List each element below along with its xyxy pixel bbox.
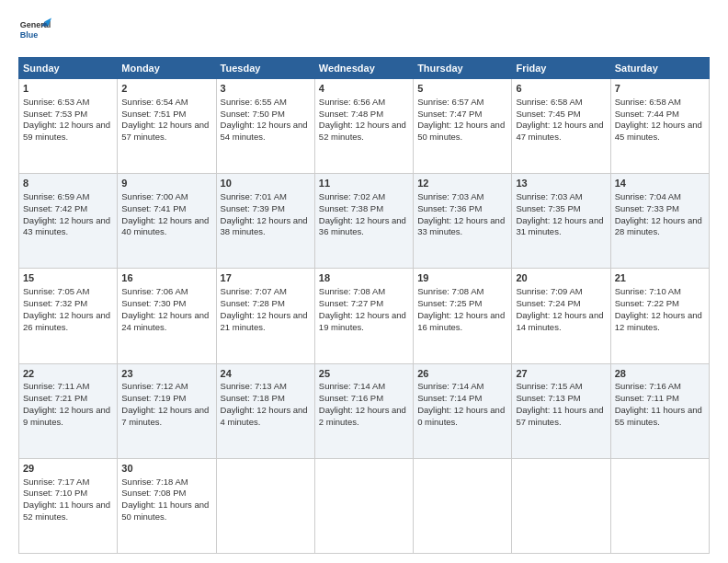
day-number: 30 xyxy=(121,462,211,476)
sunset-text: Sunset: 7:25 PM xyxy=(417,298,482,308)
day-header-monday: Monday xyxy=(118,58,216,79)
calendar-cell: 8Sunrise: 6:59 AMSunset: 7:42 PMDaylight… xyxy=(19,174,118,269)
daylight-text: Daylight: 12 hours and 19 minutes. xyxy=(319,310,406,332)
daylight-text: Daylight: 12 hours and 40 minutes. xyxy=(121,215,209,237)
sunset-text: Sunset: 7:36 PM xyxy=(417,203,482,213)
daylight-text: Daylight: 11 hours and 57 minutes. xyxy=(516,405,603,427)
sunrise-text: Sunrise: 6:54 AM xyxy=(121,97,188,107)
daylight-text: Daylight: 12 hours and 47 minutes. xyxy=(516,120,603,142)
day-number: 12 xyxy=(417,177,507,190)
day-number: 29 xyxy=(23,462,113,476)
calendar-cell: 12Sunrise: 7:03 AMSunset: 7:36 PMDayligh… xyxy=(414,174,512,269)
calendar-cell: 5Sunrise: 6:57 AMSunset: 7:47 PMDaylight… xyxy=(414,79,512,174)
sunset-text: Sunset: 7:50 PM xyxy=(221,109,285,119)
daylight-text: Daylight: 12 hours and 52 minutes. xyxy=(319,120,406,142)
daylight-text: Daylight: 12 hours and 21 minutes. xyxy=(221,310,308,332)
day-number: 9 xyxy=(121,177,211,190)
day-header-sunday: Sunday xyxy=(19,58,118,79)
sunset-text: Sunset: 7:35 PM xyxy=(516,203,580,213)
daylight-text: Daylight: 12 hours and 24 minutes. xyxy=(121,310,209,332)
day-number: 4 xyxy=(319,82,409,96)
calendar-week-2: 8Sunrise: 6:59 AMSunset: 7:42 PMDaylight… xyxy=(19,174,710,269)
sunrise-text: Sunrise: 6:55 AM xyxy=(221,97,287,107)
sunrise-text: Sunrise: 6:57 AM xyxy=(417,97,483,107)
sunrise-text: Sunrise: 7:03 AM xyxy=(417,191,483,201)
day-number: 13 xyxy=(516,177,606,190)
sunset-text: Sunset: 7:47 PM xyxy=(417,109,482,119)
day-number: 24 xyxy=(221,367,311,381)
calendar-cell: 30Sunrise: 7:18 AMSunset: 7:08 PMDayligh… xyxy=(118,458,216,553)
day-number: 23 xyxy=(121,367,211,381)
calendar-cell xyxy=(314,458,413,553)
calendar-table: SundayMondayTuesdayWednesdayThursdayFrid… xyxy=(18,57,710,554)
calendar-cell: 11Sunrise: 7:02 AMSunset: 7:38 PMDayligh… xyxy=(314,174,413,269)
calendar-cell: 1Sunrise: 6:53 AMSunset: 7:53 PMDaylight… xyxy=(19,79,118,174)
daylight-text: Daylight: 12 hours and 28 minutes. xyxy=(615,215,702,237)
sunrise-text: Sunrise: 6:58 AM xyxy=(615,97,681,107)
sunset-text: Sunset: 7:30 PM xyxy=(121,298,186,308)
daylight-text: Daylight: 12 hours and 16 minutes. xyxy=(417,310,505,332)
day-number: 14 xyxy=(615,177,705,190)
calendar-cell xyxy=(216,458,314,553)
day-number: 5 xyxy=(417,82,507,96)
daylight-text: Daylight: 12 hours and 31 minutes. xyxy=(516,215,603,237)
sunset-text: Sunset: 7:11 PM xyxy=(615,393,679,403)
day-header-saturday: Saturday xyxy=(610,58,709,79)
sunrise-text: Sunrise: 7:14 AM xyxy=(417,381,483,391)
calendar-week-1: 1Sunrise: 6:53 AMSunset: 7:53 PMDaylight… xyxy=(19,79,710,174)
daylight-text: Daylight: 12 hours and 45 minutes. xyxy=(615,120,702,142)
calendar-cell: 24Sunrise: 7:13 AMSunset: 7:18 PMDayligh… xyxy=(216,363,314,458)
daylight-text: Daylight: 12 hours and 43 minutes. xyxy=(23,215,110,237)
calendar-cell: 22Sunrise: 7:11 AMSunset: 7:21 PMDayligh… xyxy=(19,363,118,458)
day-number: 28 xyxy=(615,367,705,381)
sunset-text: Sunset: 7:22 PM xyxy=(615,298,679,308)
day-number: 15 xyxy=(23,271,113,285)
daylight-text: Daylight: 12 hours and 50 minutes. xyxy=(417,120,505,142)
sunset-text: Sunset: 7:41 PM xyxy=(121,203,186,213)
sunset-text: Sunset: 7:16 PM xyxy=(319,393,383,403)
sunset-text: Sunset: 7:28 PM xyxy=(221,298,285,308)
sunrise-text: Sunrise: 7:02 AM xyxy=(319,191,385,201)
sunrise-text: Sunrise: 7:08 AM xyxy=(417,286,483,296)
day-number: 25 xyxy=(319,367,409,381)
sunset-text: Sunset: 7:14 PM xyxy=(417,393,482,403)
calendar-cell: 27Sunrise: 7:15 AMSunset: 7:13 PMDayligh… xyxy=(512,363,610,458)
calendar-cell: 7Sunrise: 6:58 AMSunset: 7:44 PMDaylight… xyxy=(610,79,709,174)
sunset-text: Sunset: 7:51 PM xyxy=(121,109,186,119)
sunrise-text: Sunrise: 7:13 AM xyxy=(221,381,287,391)
sunset-text: Sunset: 7:18 PM xyxy=(221,393,285,403)
daylight-text: Daylight: 11 hours and 55 minutes. xyxy=(615,405,702,427)
calendar-cell: 26Sunrise: 7:14 AMSunset: 7:14 PMDayligh… xyxy=(414,363,512,458)
sunset-text: Sunset: 7:38 PM xyxy=(319,203,383,213)
sunset-text: Sunset: 7:27 PM xyxy=(319,298,383,308)
calendar-cell: 16Sunrise: 7:06 AMSunset: 7:30 PMDayligh… xyxy=(118,269,216,363)
sunrise-text: Sunrise: 6:53 AM xyxy=(23,97,89,107)
sunrise-text: Sunrise: 7:06 AM xyxy=(121,286,188,296)
svg-text:Blue: Blue xyxy=(20,30,39,40)
daylight-text: Daylight: 11 hours and 52 minutes. xyxy=(23,500,110,522)
sunrise-text: Sunrise: 7:09 AM xyxy=(516,286,582,296)
day-number: 19 xyxy=(417,271,507,285)
day-number: 10 xyxy=(221,177,311,190)
calendar-cell: 14Sunrise: 7:04 AMSunset: 7:33 PMDayligh… xyxy=(610,174,709,269)
calendar-cell: 3Sunrise: 6:55 AMSunset: 7:50 PMDaylight… xyxy=(216,79,314,174)
calendar-header-row: SundayMondayTuesdayWednesdayThursdayFrid… xyxy=(19,58,710,79)
day-number: 3 xyxy=(221,82,311,96)
sunset-text: Sunset: 7:44 PM xyxy=(615,109,679,119)
calendar-cell: 2Sunrise: 6:54 AMSunset: 7:51 PMDaylight… xyxy=(118,79,216,174)
daylight-text: Daylight: 12 hours and 0 minutes. xyxy=(417,405,505,427)
calendar-cell: 29Sunrise: 7:17 AMSunset: 7:10 PMDayligh… xyxy=(19,458,118,553)
day-number: 27 xyxy=(516,367,606,381)
calendar-cell: 10Sunrise: 7:01 AMSunset: 7:39 PMDayligh… xyxy=(216,174,314,269)
daylight-text: Daylight: 12 hours and 54 minutes. xyxy=(221,120,308,142)
daylight-text: Daylight: 12 hours and 2 minutes. xyxy=(319,405,406,427)
calendar-week-3: 15Sunrise: 7:05 AMSunset: 7:32 PMDayligh… xyxy=(19,269,710,363)
calendar-cell: 19Sunrise: 7:08 AMSunset: 7:25 PMDayligh… xyxy=(414,269,512,363)
calendar-cell xyxy=(610,458,709,553)
day-number: 16 xyxy=(121,271,211,285)
sunrise-text: Sunrise: 7:15 AM xyxy=(516,381,582,391)
daylight-text: Daylight: 12 hours and 14 minutes. xyxy=(516,310,603,332)
day-number: 11 xyxy=(319,177,409,190)
logo-icon: General Blue xyxy=(18,15,51,48)
sunrise-text: Sunrise: 7:04 AM xyxy=(615,191,681,201)
